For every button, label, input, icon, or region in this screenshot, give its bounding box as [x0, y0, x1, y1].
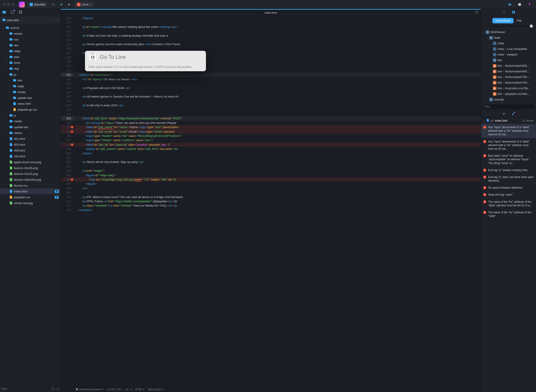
flat-button[interactable]: Flat — [513, 18, 525, 23]
tree-item[interactable]: playdate-jp.css — [0, 107, 61, 112]
issue-item[interactable]: !The value of the "for" attribute of the… — [481, 198, 536, 209]
dom-item[interactable]: ⌄⟨⟩head — [481, 35, 536, 41]
project-header[interactable]: play.date ⌄ ‹ › — [0, 16, 61, 24]
build-button[interactable] — [51, 1, 57, 8]
tree-item[interactable]: ›img — [0, 66, 61, 71]
run-config-select[interactable]: n serve ⇅ — [75, 2, 94, 7]
tree-item[interactable]: ›edge — [0, 48, 61, 54]
split-editor-icon[interactable] — [475, 11, 479, 15]
tree-item[interactable]: favicon-256x256.png — [0, 177, 61, 182]
hierarchical-button[interactable]: Hierarchical — [492, 18, 513, 23]
project-tab[interactable]: play.date — [27, 2, 48, 7]
nav-forward-icon[interactable]: › — [57, 19, 58, 22]
tree-item[interactable]: ⌄source — [0, 25, 61, 31]
tree-item[interactable]: 403.html — [0, 142, 61, 147]
tree-item[interactable]: playdate.cssM — [0, 194, 61, 200]
grid-tab-icon[interactable] — [19, 10, 23, 15]
files-tab-icon[interactable] — [2, 10, 6, 15]
issues-header[interactable]: ⌄ jp/index.html 11 issues — [481, 117, 536, 124]
panels-button[interactable] — [517, 1, 523, 8]
hierarchy-icon[interactable] — [512, 10, 515, 15]
search-icon[interactable] — [502, 10, 505, 15]
filter-gear-icon[interactable] — [56, 387, 59, 391]
symbols-tab-icon[interactable] — [10, 10, 14, 15]
code-editor[interactable]: 129 </figure>130131 <p id="crank"><stron… — [61, 16, 481, 386]
dom-item[interactable]: ⌄⟨⟩html#teaser — [481, 29, 536, 35]
svg-rect-5 — [21, 13, 22, 14]
tree-item[interactable]: ›update-dec — [0, 95, 61, 101]
tree-item[interactable]: ›css — [0, 36, 61, 42]
sidebar: play.date ⌄ ‹ › ⌄source›assets›css›dev›e… — [0, 9, 61, 392]
dom-item[interactable]: #meta – x-ua-compatible — [481, 46, 536, 52]
filter-scm-icon[interactable] — [52, 387, 55, 391]
tree-item[interactable]: ›videos — [0, 130, 61, 136]
issue-item[interactable]: !Any "input" descendant of a "label" ele… — [481, 124, 536, 138]
run-button[interactable] — [58, 1, 65, 8]
tree-item[interactable]: social-card.jpg — [0, 200, 61, 206]
dom-item[interactable]: #meta — [481, 41, 536, 46]
tree-item[interactable]: ›elist — [0, 54, 61, 60]
dom-item[interactable]: ◉link – /playdate.css?dec... — [481, 91, 536, 97]
tree-item[interactable]: index.html — [0, 101, 61, 107]
issue-item[interactable]: !Any "input" descendant of a "label" ele… — [481, 138, 536, 153]
tree-item[interactable]: 410.html — [0, 153, 61, 159]
tree-item[interactable]: favicon-32x32.png — [0, 171, 61, 177]
zoom-window[interactable] — [12, 3, 14, 6]
minimize-window[interactable] — [7, 3, 10, 6]
dom-item[interactable]: ⟨⟩title — [481, 57, 536, 63]
issue-item[interactable]: !End tag "a" violates nesting rules. — [481, 167, 536, 174]
dom-item[interactable]: #meta – viewport — [481, 52, 536, 57]
language-mode[interactable]: HTML ⇅ — [135, 388, 145, 391]
dom-item[interactable]: ◉link – /fonts/roobert/700... — [481, 80, 536, 85]
tree-item[interactable]: ›dev — [0, 77, 61, 83]
dom-item[interactable]: ◉link – /fonts/roobert/700... — [481, 74, 536, 80]
tree-item[interactable]: index.htmlM — [0, 188, 61, 194]
close-window[interactable] — [3, 3, 5, 6]
tree-item[interactable]: ›update-dec — [0, 124, 61, 130]
dom-filter-input[interactable] — [482, 104, 535, 109]
tab-label: play.date — [34, 3, 45, 6]
svg-line-12 — [504, 13, 505, 14]
svg-point-7 — [53, 389, 54, 390]
svg-rect-0 — [68, 4, 70, 5]
titlebar: play.date n serve ⇅ — [0, 0, 536, 9]
filter-input[interactable] — [1, 387, 50, 390]
dom-item[interactable]: ◉link – /fonts/roobert/400... — [481, 69, 536, 74]
dom-item[interactable]: ◉link – /css/colors.css?de... — [481, 85, 536, 91]
goto-line-input[interactable] — [100, 54, 202, 60]
tree-item[interactable]: 404.html — [0, 147, 61, 153]
breadcrumb[interactable]: section#conclusion ⇅ — [75, 388, 104, 391]
dom-item[interactable]: ◉link – /fonts/roobert/400... — [481, 63, 536, 69]
all-issues-icon[interactable]: ✱ — [503, 112, 505, 116]
issue-item[interactable]: !Bad value "none" for attribute "autocom… — [481, 152, 536, 167]
tree-item[interactable]: ›media — [0, 89, 61, 95]
goto-hint: Enter a line number ("12") or line numbe… — [85, 63, 206, 71]
tree-item[interactable]: favicon.ico — [0, 182, 61, 188]
issue-item[interactable]: !End tag "p" seen, but there were open e… — [481, 174, 536, 184]
tree-item[interactable]: apple-touch-icon.png — [0, 159, 61, 165]
sparkle-button[interactable] — [526, 1, 533, 8]
issue-item[interactable]: !No space between attributes. — [481, 184, 536, 191]
stop-button[interactable] — [66, 1, 72, 8]
tree-item[interactable]: ›media — [0, 118, 61, 124]
tree-item[interactable]: ›edge — [0, 83, 61, 89]
nav-back-icon[interactable]: ‹ — [55, 19, 56, 22]
tree-item[interactable]: ›fonts — [0, 60, 61, 66]
tree-item[interactable]: favicon-16x16.png — [0, 165, 61, 171]
depth-slider[interactable] — [481, 25, 536, 28]
issue-item[interactable]: !Stray end tag "span". — [481, 191, 536, 198]
dom-item[interactable]: ⌄⟨⟩noscript — [481, 97, 536, 102]
indent-mode[interactable]: Tabs (4 sp) ⇅ — [148, 388, 163, 391]
tree-item[interactable]: 401.html — [0, 136, 61, 142]
cursor-position[interactable]: Ln 152, Col 1 — [107, 388, 122, 391]
svg-point-6 — [52, 387, 53, 388]
diff-stats[interactable]: +0, -1 — [126, 388, 132, 391]
preview-button[interactable] — [507, 1, 513, 8]
tree-item[interactable]: ›assets — [0, 31, 61, 36]
tree-item[interactable]: ⌄jp — [0, 71, 61, 77]
warnings-icon[interactable]: ▲ — [512, 112, 514, 116]
filter-bar — [0, 385, 61, 392]
tree-item[interactable]: ›dev — [0, 42, 61, 48]
issue-item[interactable]: !The value of the "for" attribute of the… — [481, 209, 536, 219]
tree-item[interactable]: ›js — [0, 112, 61, 118]
